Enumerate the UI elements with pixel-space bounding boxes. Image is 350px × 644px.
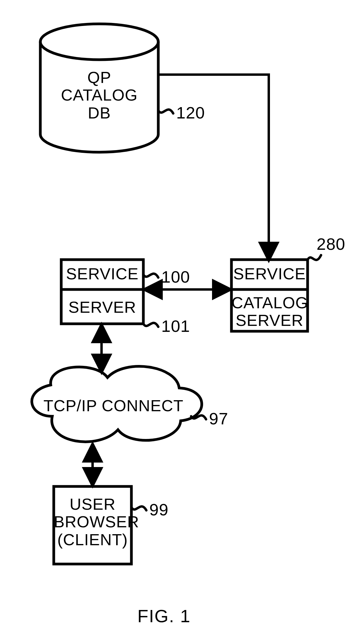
catalog-ref: 280 [317, 234, 345, 254]
service-left-ref: 100 [161, 267, 190, 286]
arrow-db-to-catalog [158, 75, 269, 260]
client-label: USER BROWSER (CLIENT) [54, 495, 131, 549]
db-line2: CATALOG [61, 86, 138, 104]
cloud-ref: 97 [209, 409, 228, 428]
leader-100 [143, 274, 158, 278]
server-left-ref: 101 [161, 316, 190, 336]
catalog-line1: CATALOG [231, 294, 308, 312]
leader-101 [143, 323, 158, 327]
leader-120 [158, 110, 173, 113]
svg-point-2 [40, 24, 158, 60]
catalog-server-right-label: CATALOG SERVER [231, 294, 308, 329]
client-line2: BROWSER [54, 513, 139, 531]
catalog-line2: SERVER [236, 311, 303, 329]
service-left-label: SERVICE [61, 265, 143, 283]
leader-280 [308, 255, 321, 260]
client-ref: 99 [149, 500, 168, 519]
cloud-label: TCP/IP CONNECT [36, 397, 191, 415]
server-left-label: SERVER [61, 298, 143, 316]
client-line3: (CLIENT) [57, 531, 128, 549]
db-ref: 120 [176, 103, 205, 122]
db-line1: QP [87, 68, 111, 86]
db-line3: DB [88, 104, 111, 122]
service-right-label: SERVICE [231, 265, 308, 283]
client-line1: USER [70, 495, 116, 513]
db-label: QP CATALOG DB [40, 69, 158, 122]
figure-caption: FIG. 1 [137, 606, 191, 626]
leader-99 [131, 506, 146, 510]
